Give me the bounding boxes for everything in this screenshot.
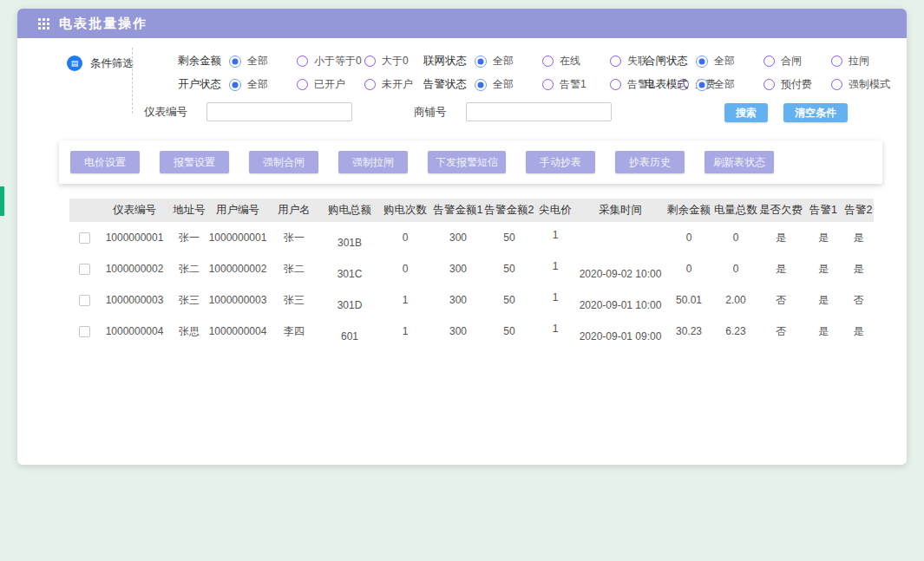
radio-unselected-icon[interactable] <box>831 55 842 67</box>
radio-option-label: 合闸 <box>781 54 802 68</box>
cell-value: 1000000003 <box>209 294 267 306</box>
cell-value: 0 <box>403 263 409 275</box>
radio-unselected-icon[interactable] <box>542 55 554 67</box>
table-cell: 50 <box>484 253 534 284</box>
cell-value: 300 <box>449 263 467 275</box>
table-cell: 300 <box>432 253 484 284</box>
toolbar-button-7[interactable]: 刷新表状态 <box>704 151 774 173</box>
radio-unselected-icon[interactable] <box>542 79 554 90</box>
table-cell: 1 <box>534 316 576 347</box>
toolbar-button-0[interactable]: 电价设置 <box>70 151 140 173</box>
column-header: 告警金额1 <box>432 199 484 222</box>
row-checkbox[interactable] <box>79 295 90 306</box>
toolbar-button-1[interactable]: 报警设置 <box>160 151 229 173</box>
cell-value: 2020-09-02 10:00 <box>580 268 662 280</box>
filter-group-label: 告警状态 <box>423 77 467 92</box>
radio-option[interactable]: 预付费 <box>763 77 821 92</box>
table-cell: 50 <box>484 222 534 253</box>
filter-group-4: 告警状态全部告警1告警2欠费 <box>423 77 645 92</box>
radio-option[interactable]: 全部 <box>696 77 753 92</box>
toolbar-button-5[interactable]: 手动抄表 <box>526 151 595 173</box>
radio-unselected-icon[interactable] <box>831 79 842 90</box>
table-cell: 601 <box>321 316 378 347</box>
cell-value: 50 <box>503 263 514 275</box>
cell-value: 是 <box>854 232 864 244</box>
radio-option-label: 已开户 <box>314 77 345 92</box>
search-button[interactable]: 搜索 <box>724 103 768 122</box>
filter-inputs-row: 仪表编号商铺号 <box>144 102 612 121</box>
radio-unselected-icon[interactable] <box>610 79 621 90</box>
column-header: 尖电价 <box>534 199 576 222</box>
cell-value: 张二 <box>179 263 200 275</box>
radio-unselected-icon[interactable] <box>364 55 376 67</box>
radio-option[interactable]: 全部 <box>229 77 286 92</box>
radio-selected-icon[interactable] <box>229 55 241 68</box>
filter-groups: 剩余金额全部小于等于0大于0联网状态全部在线失联合闸状态全部合闸拉闸开户状态全部… <box>178 49 901 96</box>
table-cell: 是 <box>843 222 874 253</box>
table-cell: 2020-09-01 10:00 <box>576 284 665 316</box>
radio-selected-icon[interactable] <box>696 79 708 91</box>
radio-option[interactable]: 在线 <box>542 54 600 68</box>
toolbar-button-3[interactable]: 强制拉闸 <box>338 151 408 173</box>
radio-selected-icon[interactable] <box>475 79 487 91</box>
toolbar-button-2[interactable]: 强制合闸 <box>249 151 318 173</box>
radio-unselected-icon[interactable] <box>297 55 308 67</box>
row-checkbox[interactable] <box>79 326 90 337</box>
filter-group-3: 开户状态全部已开户未开户 <box>178 77 423 92</box>
cell-value: 1 <box>553 229 559 241</box>
row-checkbox[interactable] <box>79 232 90 244</box>
radio-unselected-icon[interactable] <box>297 79 308 90</box>
radio-selected-icon[interactable] <box>475 55 487 68</box>
radio-option[interactable]: 全部 <box>475 54 532 68</box>
toolbar-button-6[interactable]: 抄表历史 <box>615 151 685 173</box>
cell-value: 6.23 <box>725 325 745 337</box>
clear-conditions-button[interactable]: 清空条件 <box>783 103 848 122</box>
cell-value: 0 <box>686 232 692 244</box>
cell-value: 50 <box>503 232 514 244</box>
radio-option[interactable]: 全部 <box>229 54 286 68</box>
table-cell: 300 <box>432 284 484 316</box>
table-cell <box>576 222 665 253</box>
cell-value: 50.01 <box>676 294 702 306</box>
radio-option[interactable]: 拉闸 <box>831 54 888 68</box>
table-cell: 1000000004 <box>99 316 170 347</box>
row-checkbox[interactable] <box>79 264 90 275</box>
radio-option-label: 全部 <box>493 77 514 92</box>
filter-group-label: 电表模式 <box>645 77 688 92</box>
table-row: 1000000001张一1000000001张一301B030050100是是是 <box>69 222 874 253</box>
radio-option[interactable]: 大于0 <box>364 54 422 68</box>
radio-option[interactable]: 合闸 <box>763 54 821 68</box>
radio-unselected-icon[interactable] <box>763 55 775 67</box>
table-cell: 30.23 <box>665 316 713 347</box>
meter-number-input[interactable] <box>206 102 352 121</box>
radio-selected-icon[interactable] <box>696 55 708 68</box>
table-cell: 1 <box>378 284 432 316</box>
radio-selected-icon[interactable] <box>229 79 241 91</box>
radio-option[interactable]: 小于等于0 <box>297 54 354 68</box>
table-cell: 2020-09-02 10:00 <box>576 253 665 284</box>
radio-option[interactable]: 全部 <box>696 54 753 68</box>
select-cell <box>69 222 99 253</box>
radio-option-label: 告警1 <box>560 77 587 92</box>
cell-value: 张三 <box>179 294 200 306</box>
table-cell: 是 <box>843 316 874 347</box>
radio-option[interactable]: 全部 <box>475 77 532 92</box>
radio-unselected-icon[interactable] <box>763 79 775 90</box>
radio-option[interactable]: 强制模式 <box>831 77 890 92</box>
cell-value: 2020-09-01 10:00 <box>580 299 662 311</box>
table-cell: 张一 <box>170 222 208 253</box>
table-cell: 300 <box>432 222 484 253</box>
radio-option[interactable]: 已开户 <box>297 77 354 92</box>
toolbar-button-4[interactable]: 下发报警短信 <box>428 151 506 173</box>
cell-value: 0 <box>403 232 409 244</box>
radio-option-label: 全部 <box>247 54 268 68</box>
radio-option[interactable]: 未开户 <box>364 77 422 92</box>
cell-value: 0 <box>733 263 739 275</box>
radio-option[interactable]: 告警1 <box>542 77 600 92</box>
table-cell: 50 <box>484 284 534 316</box>
radio-unselected-icon[interactable] <box>364 79 376 90</box>
shop-number-input[interactable] <box>466 102 612 121</box>
filter-group-0: 剩余金额全部小于等于0大于0 <box>178 54 423 68</box>
grid-menu-icon[interactable] <box>38 18 49 29</box>
radio-unselected-icon[interactable] <box>610 55 621 67</box>
